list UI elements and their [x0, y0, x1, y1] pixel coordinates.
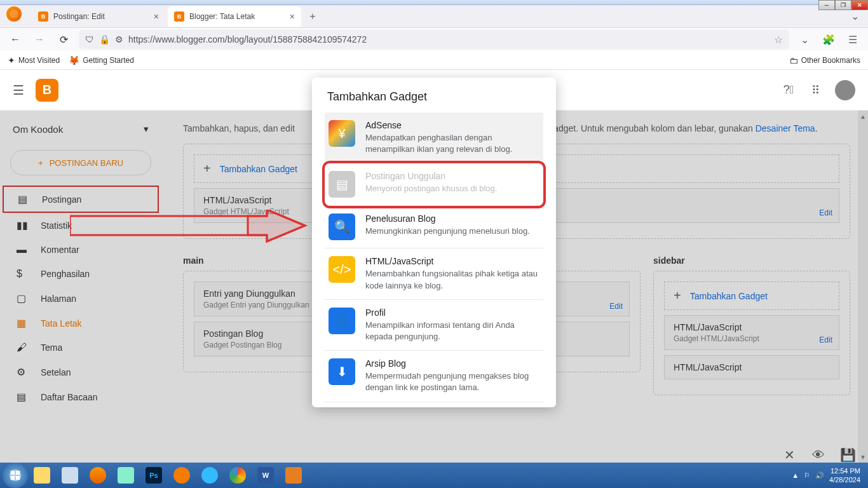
- forward-button[interactable]: →: [31, 30, 48, 48]
- archive-icon: ⬇: [329, 358, 355, 385]
- bookmark-other[interactable]: 🗀Other Bookmarks: [789, 55, 860, 65]
- url-input[interactable]: 🛡 🔒 ⚙ https://www.blogger.com/blog/layou…: [79, 30, 789, 49]
- tab-postingan-edit[interactable]: B Postingan: Edit ×: [32, 6, 165, 27]
- hamburger-icon[interactable]: ☰: [13, 83, 24, 98]
- apps-grid-icon[interactable]: ⠿: [808, 83, 822, 97]
- taskbar-app[interactable]: [280, 464, 308, 487]
- account-avatar[interactable]: [835, 80, 855, 100]
- reload-button[interactable]: ⟳: [55, 30, 72, 48]
- tab-label: Blogger: Tata Letak: [189, 12, 255, 21]
- blogger-favicon-icon: B: [38, 11, 48, 22]
- url-text: https://www.blogger.com/blog/layout/1588…: [128, 34, 367, 44]
- tab-close-icon[interactable]: ×: [290, 11, 295, 22]
- browser-tabbar: B Postingan: Edit × B Blogger: Tata Leta…: [0, 5, 868, 28]
- bookmark-getting-started[interactable]: 🦊Getting Started: [69, 55, 134, 65]
- bookmarks-bar: ✦Most Visited 🦊Getting Started 🗀Other Bo…: [0, 51, 868, 70]
- blogger-logo-icon[interactable]: B: [36, 79, 58, 102]
- lock-icon[interactable]: 🔒: [99, 34, 110, 44]
- tab-close-icon[interactable]: ×: [154, 11, 159, 22]
- gadget-option-archive[interactable]: ⬇ Arsip BlogMempermudah pengunjung menga…: [325, 351, 543, 402]
- titlebar: [0, 0, 868, 5]
- tab-blogger-layout[interactable]: B Blogger: Tata Letak ×: [168, 6, 301, 27]
- extensions-icon[interactable]: 🧩: [820, 30, 837, 48]
- svg-point-0: [10, 10, 18, 18]
- gadget-option-featured-post[interactable]: ▤ Postingan UnggulanMenyoroti postingan …: [325, 163, 543, 206]
- gadget-list[interactable]: ¥ AdSenseMendapatkan penghasilan dengan …: [312, 112, 556, 402]
- blogger-favicon-icon: B: [174, 11, 184, 22]
- system-tray[interactable]: ▲ ⚐ 🔊 12:54 PM 4/28/2024: [792, 466, 865, 485]
- shield-icon[interactable]: 🛡: [85, 34, 94, 44]
- permissions-icon[interactable]: ⚙: [115, 34, 123, 44]
- taskbar-word[interactable]: W: [252, 464, 280, 487]
- tray-flag-icon[interactable]: ⚐: [804, 471, 810, 480]
- app-menu-icon[interactable]: ☰: [844, 30, 862, 48]
- window-maximize[interactable]: ❐: [835, 0, 851, 10]
- bookmark-most-visited[interactable]: ✦Most Visited: [8, 55, 60, 65]
- window-close[interactable]: ✕: [851, 0, 868, 10]
- gadget-option-adsense[interactable]: ¥ AdSenseMendapatkan penghasilan dengan …: [325, 112, 543, 163]
- search-icon: 🔍: [329, 214, 355, 240]
- firefox-small-icon: 🦊: [69, 55, 79, 65]
- firefox-icon[interactable]: [6, 6, 22, 22]
- gadget-option-html-js[interactable]: </> HTML/JavaScriptMenambahkan fungsiona…: [325, 248, 543, 299]
- tab-label: Postingan: Edit: [53, 12, 105, 21]
- gadget-option-search[interactable]: 🔍 Penelusuran BlogMemungkinkan pengunjun…: [325, 206, 543, 248]
- star-icon: ✦: [8, 55, 15, 65]
- taskbar-chrome[interactable]: [224, 464, 252, 487]
- tray-sound-icon[interactable]: 🔊: [815, 471, 824, 480]
- modal-title: Tambahkan Gadget: [312, 78, 556, 112]
- taskbar-media[interactable]: [168, 464, 196, 487]
- taskbar-ie[interactable]: [196, 464, 224, 487]
- bookmark-star-icon[interactable]: ☆: [774, 34, 783, 46]
- start-button[interactable]: [3, 463, 28, 488]
- code-icon: </>: [329, 256, 355, 283]
- taskbar-notepad[interactable]: [112, 464, 140, 487]
- clock[interactable]: 12:54 PM 4/28/2024: [829, 466, 860, 485]
- taskbar-explorer[interactable]: [28, 464, 56, 487]
- adsense-icon: ¥: [329, 120, 355, 147]
- taskbar-photoshop[interactable]: Ps: [140, 464, 168, 487]
- windows-taskbar: Ps W ▲ ⚐ 🔊 12:54 PM 4/28/2024: [0, 463, 868, 488]
- back-button[interactable]: ←: [6, 30, 24, 48]
- gadget-option-profile[interactable]: 👤 ProfilMenampilkan informasi tentang di…: [325, 300, 543, 351]
- tabs-dropdown-icon[interactable]: ⌄: [851, 10, 859, 22]
- new-tab-button[interactable]: +: [304, 8, 322, 25]
- featured-post-icon: ▤: [329, 171, 355, 198]
- taskbar-firefox[interactable]: [84, 464, 112, 487]
- help-icon[interactable]: ?⃝: [782, 83, 796, 97]
- pocket-icon[interactable]: ⌄: [796, 30, 813, 48]
- profile-icon: 👤: [329, 308, 355, 334]
- taskbar-paint[interactable]: [56, 464, 84, 487]
- window-minimize[interactable]: ─: [818, 0, 835, 10]
- add-gadget-modal: Tambahkan Gadget ¥ AdSenseMendapatkan pe…: [312, 78, 556, 407]
- address-bar: ← → ⟳ 🛡 🔒 ⚙ https://www.blogger.com/blog…: [0, 28, 868, 51]
- folder-icon: 🗀: [789, 55, 798, 65]
- tray-up-icon[interactable]: ▲: [792, 471, 799, 479]
